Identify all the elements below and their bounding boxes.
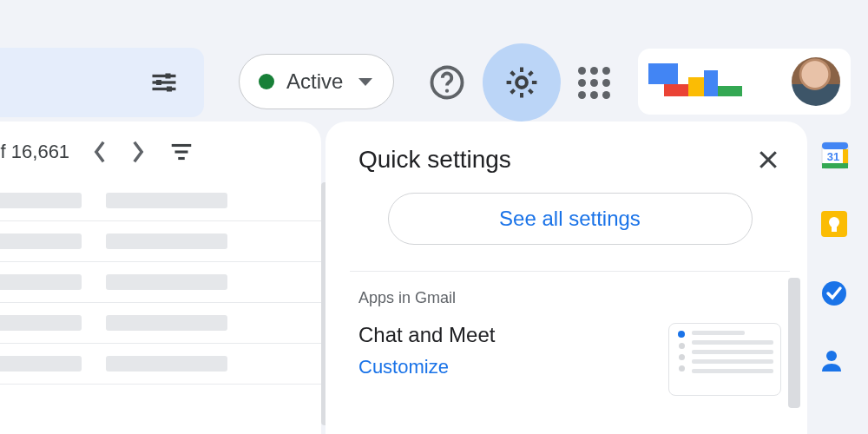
mail-row[interactable]: [0, 181, 321, 221]
setting-title: Chat and Meet: [358, 323, 495, 347]
settings-button[interactable]: [483, 43, 561, 122]
svg-rect-12: [704, 70, 718, 96]
scrollbar[interactable]: [788, 278, 800, 408]
header-bar: Active: [0, 0, 868, 122]
svg-rect-11: [688, 77, 704, 96]
divider: [350, 271, 790, 272]
side-panel: 31: [811, 122, 859, 380]
svg-text:31: 31: [827, 150, 839, 163]
mail-list: 0 of 16,661: [0, 122, 321, 434]
prev-page-icon[interactable]: [92, 140, 108, 164]
svg-rect-10: [664, 84, 688, 96]
panel-title: Quick settings: [358, 146, 511, 174]
status-pill[interactable]: Active: [239, 54, 394, 109]
svg-point-28: [826, 351, 837, 361]
svg-rect-5: [167, 87, 172, 92]
svg-rect-20: [822, 142, 848, 149]
quick-settings-panel: Quick settings See all settings Apps in …: [326, 122, 807, 434]
svg-rect-4: [156, 80, 161, 85]
account-switcher[interactable]: [638, 49, 851, 115]
mail-row[interactable]: [0, 303, 321, 344]
chevron-down-icon: [358, 78, 372, 86]
svg-point-7: [445, 89, 449, 93]
customize-link[interactable]: Customize: [358, 356, 495, 378]
close-icon[interactable]: [755, 147, 781, 173]
svg-rect-13: [718, 86, 742, 96]
avatar[interactable]: [792, 57, 840, 106]
status-dot-icon: [259, 74, 274, 89]
svg-rect-3: [166, 74, 171, 79]
keep-icon[interactable]: [819, 208, 852, 241]
next-page-icon[interactable]: [130, 140, 146, 164]
mail-row[interactable]: [0, 262, 321, 303]
svg-rect-26: [832, 227, 837, 232]
mail-row[interactable]: [0, 221, 321, 262]
tasks-icon[interactable]: [819, 278, 852, 311]
layout-preview-icon: [668, 323, 781, 396]
help-icon[interactable]: [429, 64, 465, 101]
mail-row[interactable]: [0, 344, 321, 385]
svg-rect-9: [648, 63, 678, 84]
page-count: 0 of 16,661: [0, 141, 69, 163]
svg-rect-22: [822, 163, 848, 168]
svg-point-25: [829, 217, 839, 227]
org-logo: [648, 62, 753, 102]
svg-point-8: [516, 77, 527, 88]
gear-icon: [503, 63, 541, 102]
status-label: Active: [286, 69, 343, 94]
search-box[interactable]: [0, 48, 204, 117]
see-all-settings-button[interactable]: See all settings: [388, 193, 753, 245]
calendar-icon[interactable]: 31: [819, 139, 852, 172]
apps-grid-icon[interactable]: [578, 67, 610, 99]
tune-icon[interactable]: [148, 67, 180, 98]
contacts-icon[interactable]: [819, 347, 852, 380]
section-label: Apps in Gmail: [358, 289, 781, 307]
filter-icon[interactable]: [168, 139, 194, 165]
